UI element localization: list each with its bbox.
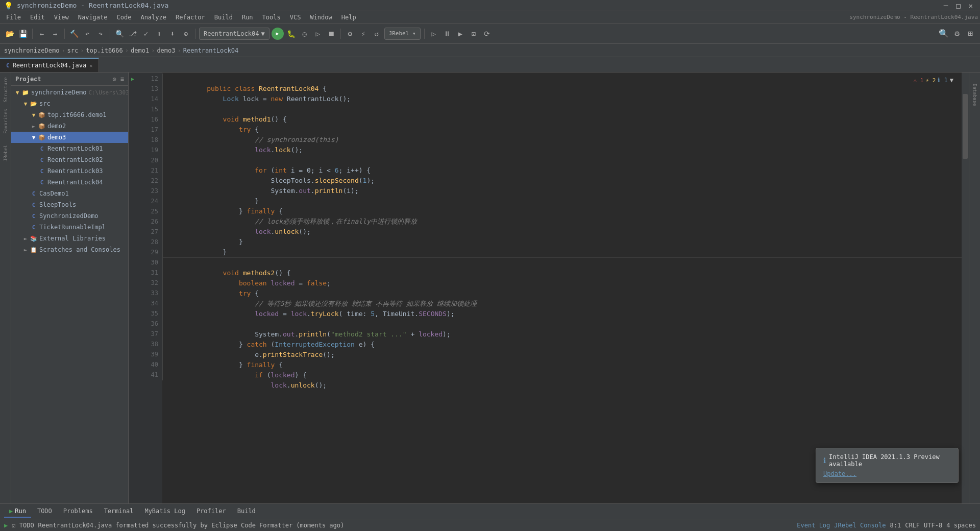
toolbar-pause-icon[interactable]: ⏸ [442,28,453,39]
project-settings-icon[interactable]: ⚙ [113,76,116,83]
favorites-tool[interactable]: Favorites [0,106,11,137]
menu-build[interactable]: Build [210,13,237,22]
toolbar-gear-icon[interactable]: ⚙ [951,28,963,39]
bottom-tab-todo[interactable]: TODO [32,505,57,518]
line-ending-indicator[interactable]: CRLF [905,522,920,529]
notification-update-link[interactable]: Update... [823,470,856,477]
menu-help[interactable]: Help [337,13,360,22]
line-col-indicator[interactable]: 8:1 [890,522,901,529]
toolbar-power-icon[interactable]: ⚡ [358,28,369,39]
toolbar-undo-icon[interactable]: ↶ [82,28,93,39]
structure-tool[interactable]: Structure [0,75,11,105]
jrebel-button[interactable]: JRebel ▾ [384,28,421,40]
breadcrumb-file[interactable]: ReentrantLock04 [183,47,238,54]
stop-button[interactable]: ⏹ [326,28,337,39]
jrebel-tool[interactable]: JRebel [0,138,11,168]
menu-navigate[interactable]: Navigate [74,13,112,22]
bottom-tab-terminal[interactable]: Terminal [99,505,139,518]
menu-view[interactable]: View [50,13,73,22]
menu-edit[interactable]: Edit [26,13,49,22]
tree-item-rl04[interactable]: C ReentrantLock04 [11,177,128,188]
run-button[interactable]: ▶ [272,28,284,40]
tree-item-syncdemo[interactable]: C SynchronizedDemo [11,210,128,222]
menu-analyze[interactable]: Analyze [136,13,170,22]
tree-item-rl03[interactable]: C ReentrantLock03 [11,165,128,177]
bottom-tab-problems[interactable]: Problems [58,505,98,518]
jrebel-console-link[interactable]: JRebel Console [834,522,886,529]
menu-tools[interactable]: Tools [258,13,285,22]
toolbar-layout-icon[interactable]: ⊞ [965,28,976,39]
tab-reentrantlock04[interactable]: C ReentrantLock04.java ✕ [0,58,99,72]
toolbar-build-icon[interactable]: 🔨 [68,28,80,39]
run-with-button[interactable]: ▷ [312,28,324,39]
bottom-tab-profiler[interactable]: Profiler [191,505,231,518]
menu-file[interactable]: File [2,13,25,22]
code-area[interactable]: public class ReentrantLock04 { Lock lock… [162,73,962,503]
coverage-button[interactable]: ◎ [299,28,310,39]
toolbar-history-icon[interactable]: ⊙ [180,28,191,39]
breadcrumb-demo1[interactable]: demo1 [131,47,149,54]
toolbar-save-icon[interactable]: 💾 [17,28,29,39]
chevron-down-indicator[interactable]: ▼ [950,77,953,84]
toolbar-update-icon[interactable]: ⬇ [167,28,178,39]
menu-window[interactable]: Window [306,13,336,22]
toolbar-check-icon[interactable]: ✓ [140,28,152,39]
tree-item-sleeptools[interactable]: C SleepTools [11,199,128,210]
maximize-button[interactable]: □ [953,2,963,10]
project-collapse-icon[interactable]: ≡ [120,76,124,83]
todo-status-label[interactable]: ☑ TODO [12,522,34,529]
minimize-button[interactable]: ─ [941,2,951,10]
tree-item-rl02[interactable]: C ReentrantLock02 [11,154,128,165]
database-tool[interactable]: Database [969,75,981,115]
tree-item-ticket[interactable]: C TicketRunnableImpl [11,222,128,233]
toolbar-push-icon[interactable]: ⬆ [154,28,165,39]
tree-item-scratches[interactable]: ► 📋 Scratches and Consoles [11,244,128,255]
toolbar-sync-icon[interactable]: ⟳ [481,28,493,39]
tree-item-src[interactable]: ▼ 📂 src [11,98,128,109]
bottom-tab-mybatis[interactable]: MyBatis Log [139,505,190,518]
toolbar-search-icon[interactable]: 🔍 [114,28,125,39]
run-config-dropdown[interactable]: ReentrantLock04 ▼ [199,28,270,40]
scrollbar-track[interactable] [962,73,969,503]
breadcrumb-src[interactable]: src [67,47,79,54]
debug-button[interactable]: 🐛 [286,28,297,39]
status-left: ▶ ☑ TODO ReentrantLock04.java formatted … [4,522,344,529]
menu-code[interactable]: Code [113,13,136,22]
tree-item-casdemo1[interactable]: C CasDemo1 [11,188,128,199]
menu-refactor[interactable]: Refactor [172,13,209,22]
tree-item-top-it6666[interactable]: ▼ 📦 top.it6666.demo1 [11,109,128,120]
breadcrumb-package[interactable]: top.it6666 [86,47,123,54]
tree-item-synchronizeDemo[interactable]: ▼ 📁 synchronizeDemo C:\Users\30315\Dow [11,87,128,98]
scrollbar-thumb[interactable] [963,94,968,159]
tab-close-icon[interactable]: ✕ [89,63,92,68]
toolbar-open-icon[interactable]: 📂 [4,28,15,39]
event-log-link[interactable]: Event Log [797,522,830,529]
toolbar-resume-icon[interactable]: ▶ [455,28,466,39]
title-bar-controls[interactable]: ─ □ ✕ [941,2,976,10]
menu-vcs[interactable]: VCS [286,13,305,22]
tree-item-rl01[interactable]: C ReentrantLock01 [11,143,128,154]
tree-item-demo3[interactable]: ▼ 📦 demo3 [11,132,128,143]
toolbar-search2-icon[interactable]: 🔍 [938,28,949,39]
toolbar-git-icon[interactable]: ⎇ [127,28,138,39]
toolbar-run2-icon[interactable]: ▷ [428,28,439,39]
spaces-indicator[interactable]: 4 spaces [946,522,976,529]
breadcrumb-project[interactable]: synchronizeDemo [4,47,59,54]
encoding-indicator[interactable]: UTF-8 [924,522,942,529]
toolbar-step-icon[interactable]: ⊡ [468,28,479,39]
linenum-38: 38 [137,339,158,349]
toolbar-back-icon[interactable]: ← [36,28,47,39]
toolbar-forward-icon[interactable]: → [50,28,61,39]
close-button[interactable]: ✕ [966,2,976,10]
toolbar-refresh-icon[interactable]: ↺ [371,28,382,39]
tree-item-external-libs[interactable]: ► 📚 External Libraries [11,233,128,244]
tree-item-demo2[interactable]: ► 📦 demo2 [11,120,128,132]
menu-run[interactable]: Run [238,13,257,22]
linenum-23: 23 [137,186,158,196]
bottom-tab-run[interactable]: ▶ Run [4,505,31,518]
breadcrumb-demo3[interactable]: demo3 [157,47,175,54]
toolbar-settings-icon[interactable]: ⚙ [345,28,356,39]
toolbar-redo-icon[interactable]: ↷ [95,28,106,39]
bottom-tab-build[interactable]: Build [232,505,261,518]
linenum-21: 21 [137,165,158,176]
